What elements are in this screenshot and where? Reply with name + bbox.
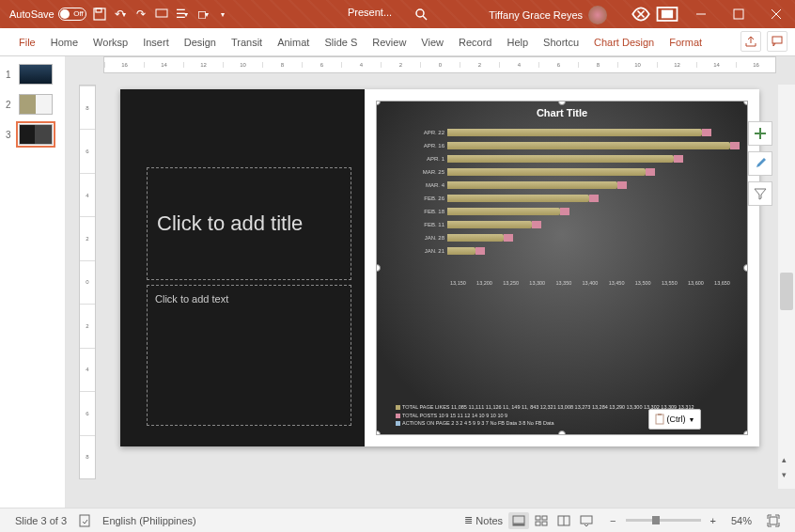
save-icon[interactable] — [92, 7, 107, 22]
vertical-ruler: 864202468 — [79, 85, 96, 479]
tab-insert[interactable]: Insert — [135, 28, 177, 55]
svg-rect-5 — [662, 11, 673, 18]
slideshow-view-button[interactable] — [576, 512, 597, 529]
resize-handle[interactable] — [558, 430, 566, 435]
tab-animations[interactable]: Animat — [270, 28, 317, 55]
resize-handle[interactable] — [743, 101, 748, 105]
chart-plot-area[interactable]: APR. 22APR. 16APR. 1MAR. 25MAR. 4FEB. 26… — [419, 126, 730, 276]
tab-shortcut[interactable]: Shortcu — [536, 28, 586, 55]
autosave-toggle[interactable]: AutoSave Off — [9, 8, 86, 21]
chart-elements-button[interactable] — [748, 121, 772, 146]
zoom-in-button[interactable]: + — [705, 515, 722, 526]
minimize-button[interactable] — [682, 0, 720, 28]
tab-design[interactable]: Design — [177, 28, 224, 55]
chart-styles-button[interactable] — [748, 151, 772, 176]
comments-button[interactable] — [767, 31, 787, 52]
title-placeholder[interactable]: Click to add title — [147, 167, 351, 280]
sorter-view-button[interactable] — [531, 512, 552, 529]
resize-handle[interactable] — [743, 264, 748, 272]
tab-view[interactable]: View — [413, 28, 451, 55]
zoom-slider[interactable] — [626, 519, 701, 522]
tab-home[interactable]: Home — [43, 28, 86, 55]
slide-indicator[interactable]: Slide 3 of 3 — [9, 515, 72, 526]
chart-object[interactable]: Chart Title APR. 22APR. 16APR. 1MAR. 25M… — [376, 101, 748, 435]
present-icon[interactable] — [154, 7, 169, 22]
svg-rect-1 — [96, 8, 101, 12]
svg-rect-12 — [513, 524, 524, 525]
share-button[interactable] — [740, 31, 761, 52]
chart-filters-button[interactable] — [748, 181, 772, 206]
resize-handle[interactable] — [743, 430, 748, 435]
tab-recording[interactable]: Record — [451, 28, 499, 55]
coming-soon-icon[interactable] — [628, 0, 654, 28]
search-icon[interactable] — [413, 7, 429, 22]
thumb-number: 1 — [6, 70, 15, 80]
reading-view-button[interactable] — [553, 512, 574, 529]
zoom-out-button[interactable]: − — [604, 515, 621, 526]
notes-label: Notes — [475, 515, 503, 526]
tab-review[interactable]: Review — [365, 28, 413, 55]
title-placeholder-text: Click to add title — [157, 211, 303, 236]
redo-icon[interactable]: ↷ — [133, 7, 148, 22]
user-account[interactable]: Tiffany Grace Reyes — [489, 6, 607, 24]
paste-options-button[interactable]: (Ctrl) ▼ — [648, 409, 701, 430]
title-bar: AutoSave Off ↶▾ ↷ ☰▾ ◻▾ ▾ Present... Tif… — [0, 0, 795, 28]
more-icon[interactable]: ▾ — [216, 7, 231, 22]
svg-rect-18 — [581, 516, 592, 524]
svg-rect-19 — [770, 517, 777, 524]
maximize-button[interactable] — [720, 0, 757, 28]
svg-rect-16 — [542, 522, 547, 525]
notes-button[interactable]: ≣ Notes — [459, 514, 508, 526]
shape-icon[interactable]: ◻▾ — [195, 7, 210, 22]
tab-workspace[interactable]: Worksp — [86, 28, 135, 55]
svg-rect-13 — [536, 516, 540, 520]
close-button[interactable] — [757, 0, 795, 28]
scrollbar-thumb[interactable] — [780, 273, 793, 310]
slide-editor: 1614121086420246810121416 864202468 Clic… — [66, 56, 795, 508]
vertical-scrollbar[interactable]: ▴ ▾ — [778, 85, 795, 489]
autosave-state: Off — [73, 9, 84, 18]
slide-thumbnails: 1 2 3 — [0, 56, 66, 508]
svg-rect-9 — [658, 414, 662, 415]
accessibility-icon[interactable] — [72, 514, 97, 527]
language-indicator[interactable]: English (Philippines) — [97, 515, 202, 526]
slide-thumbnail-3[interactable] — [19, 124, 53, 145]
resize-handle[interactable] — [376, 264, 381, 272]
thumb-number: 3 — [6, 130, 15, 140]
list-icon[interactable]: ☰▾ — [175, 7, 190, 22]
svg-rect-7 — [772, 37, 782, 43]
clipboard-icon — [655, 414, 664, 425]
scroll-up-icon[interactable]: ▴ — [782, 455, 787, 464]
svg-rect-10 — [80, 515, 89, 526]
tab-format[interactable]: Format — [662, 28, 709, 55]
svg-point-3 — [416, 9, 424, 17]
svg-rect-14 — [542, 516, 547, 520]
resize-handle[interactable] — [376, 430, 381, 435]
tab-slideshow[interactable]: Slide S — [317, 28, 365, 55]
svg-rect-2 — [156, 9, 167, 17]
tab-chart-design[interactable]: Chart Design — [586, 28, 662, 55]
svg-rect-11 — [513, 516, 524, 524]
slide-thumbnail-2[interactable] — [19, 94, 53, 115]
tab-file[interactable]: File — [11, 28, 43, 55]
undo-icon[interactable]: ↶▾ — [113, 7, 128, 22]
text-placeholder[interactable]: Click to add text — [147, 285, 351, 426]
slide-thumbnail-1[interactable] — [19, 64, 53, 85]
document-title: Present... — [348, 7, 392, 18]
paste-options-label: (Ctrl) — [667, 415, 686, 424]
tab-help[interactable]: Help — [499, 28, 536, 55]
avatar — [588, 6, 607, 24]
zoom-level[interactable]: 54% — [725, 515, 757, 526]
fit-to-window-button[interactable] — [761, 514, 786, 527]
svg-rect-15 — [536, 522, 540, 525]
normal-view-button[interactable] — [508, 512, 529, 529]
window-mode-icon[interactable] — [654, 0, 680, 28]
tab-transitions[interactable]: Transit — [224, 28, 270, 55]
svg-rect-8 — [656, 415, 663, 424]
scroll-down-icon[interactable]: ▾ — [782, 470, 787, 479]
svg-rect-6 — [734, 9, 743, 19]
slide-canvas[interactable]: Click to add title Click to add text Cha… — [120, 89, 759, 446]
ribbon-tabs: File Home Worksp Insert Design Transit A… — [0, 28, 795, 56]
text-placeholder-text: Click to add text — [155, 293, 228, 305]
status-bar: Slide 3 of 3 English (Philippines) ≣ Not… — [0, 508, 795, 532]
